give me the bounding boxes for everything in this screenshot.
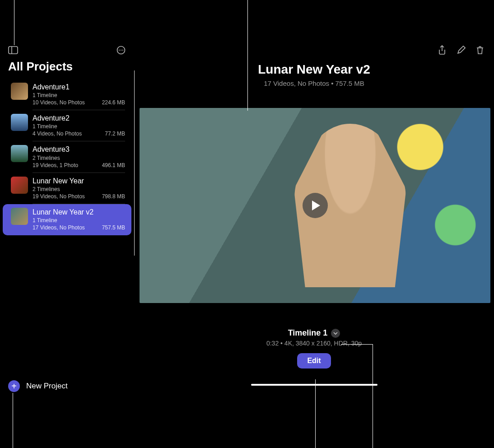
project-text: Lunar New Year 2 Timelines 19 Videos, No… <box>33 177 125 200</box>
project-media: 4 Videos, No Photos <box>33 131 82 137</box>
main-toolbar <box>134 45 494 62</box>
video-preview[interactable] <box>140 108 490 303</box>
svg-point-4 <box>121 50 121 51</box>
edit-pencil-icon[interactable] <box>456 45 466 55</box>
project-item[interactable]: Lunar New Year v2 1 Timeline 17 Videos, … <box>3 204 131 235</box>
project-item[interactable]: Adventure2 1 Timeline 4 Videos, No Photo… <box>3 110 131 141</box>
project-thumbnail <box>11 177 28 194</box>
chevron-down-icon <box>331 329 340 338</box>
project-media: 19 Videos, No Photos <box>33 193 85 200</box>
sidebar: All Projects Adventure1 1 Timeline 10 Vi… <box>0 35 134 401</box>
svg-rect-0 <box>9 47 18 54</box>
project-title: Lunar New Year v2 <box>134 62 494 77</box>
edit-button-label: Edit <box>307 357 321 364</box>
timeline-name: Timeline 1 <box>288 328 328 338</box>
project-name: Adventure2 <box>33 114 125 122</box>
project-timelines: 2 Timelines <box>33 185 125 193</box>
project-media: 10 Videos, No Photos <box>33 99 85 106</box>
project-item[interactable]: Lunar New Year 2 Timelines 19 Videos, No… <box>3 173 131 204</box>
project-thumbnail <box>11 83 28 100</box>
plus-icon: + <box>8 380 20 392</box>
project-size: 224.6 MB <box>102 99 125 106</box>
project-size: 77.2 MB <box>105 131 125 137</box>
project-subtitle: 17 Videos, No Photos • 757.5 MB <box>134 79 494 87</box>
callout-line <box>14 0 14 45</box>
new-project-label: New Project <box>26 382 68 391</box>
home-indicator <box>251 384 377 386</box>
project-text: Adventure2 1 Timeline 4 Videos, No Photo… <box>33 114 125 137</box>
sidebar-toolbar <box>0 45 134 60</box>
timeline-selector[interactable]: Timeline 1 <box>288 328 340 338</box>
project-timelines: 1 Timeline <box>33 216 125 224</box>
sidebar-title: All Projects <box>0 60 134 79</box>
project-name: Lunar New Year <box>33 177 125 185</box>
edit-button[interactable]: Edit <box>297 353 331 369</box>
project-item[interactable]: Adventure3 2 Timelines 19 Videos, 1 Phot… <box>3 141 131 173</box>
trash-icon[interactable] <box>475 45 485 55</box>
main-pane: Lunar New Year v2 17 Videos, No Photos •… <box>134 35 494 401</box>
timeline-metadata: 0:32 • 4K, 3840 x 2160, HDR, 30p <box>134 340 494 347</box>
timeline-section: Timeline 1 0:32 • 4K, 3840 x 2160, HDR, … <box>134 328 494 386</box>
project-list: Adventure1 1 Timeline 10 Videos, No Phot… <box>0 79 134 374</box>
project-media: 19 Videos, 1 Photo <box>33 162 78 168</box>
svg-point-3 <box>119 50 120 51</box>
callout-line <box>134 70 135 256</box>
project-thumbnail <box>11 114 28 131</box>
callout-line <box>13 393 13 448</box>
project-size: 798.8 MB <box>102 193 125 200</box>
project-size: 757.5 MB <box>102 224 125 231</box>
play-button[interactable] <box>303 193 328 218</box>
project-thumbnail <box>11 208 28 225</box>
callout-line <box>373 344 373 448</box>
callout-line <box>247 0 248 111</box>
project-name: Lunar New Year v2 <box>33 208 125 216</box>
svg-point-5 <box>122 50 123 51</box>
project-text: Adventure1 1 Timeline 10 Videos, No Phot… <box>33 83 125 106</box>
project-timelines: 2 Timelines <box>33 154 125 162</box>
share-icon[interactable] <box>437 45 447 55</box>
project-timelines: 1 Timeline <box>33 91 125 99</box>
project-timelines: 1 Timeline <box>33 122 125 131</box>
project-thumbnail <box>11 145 28 162</box>
project-name: Adventure3 <box>33 145 125 154</box>
project-item[interactable]: Adventure1 1 Timeline 10 Videos, No Phot… <box>3 79 131 110</box>
sidebar-toggle-icon[interactable] <box>8 45 18 55</box>
project-text: Lunar New Year v2 1 Timeline 17 Videos, … <box>33 208 125 231</box>
project-name: Adventure1 <box>33 83 125 91</box>
project-media: 17 Videos, No Photos <box>33 224 85 231</box>
project-text: Adventure3 2 Timelines 19 Videos, 1 Phot… <box>33 145 125 168</box>
callout-line <box>315 379 316 448</box>
app-window: All Projects Adventure1 1 Timeline 10 Vi… <box>0 35 494 401</box>
project-size: 496.1 MB <box>102 162 125 168</box>
more-options-icon[interactable] <box>116 45 126 55</box>
new-project-button[interactable]: + New Project <box>0 374 134 401</box>
callout-line <box>341 344 373 345</box>
